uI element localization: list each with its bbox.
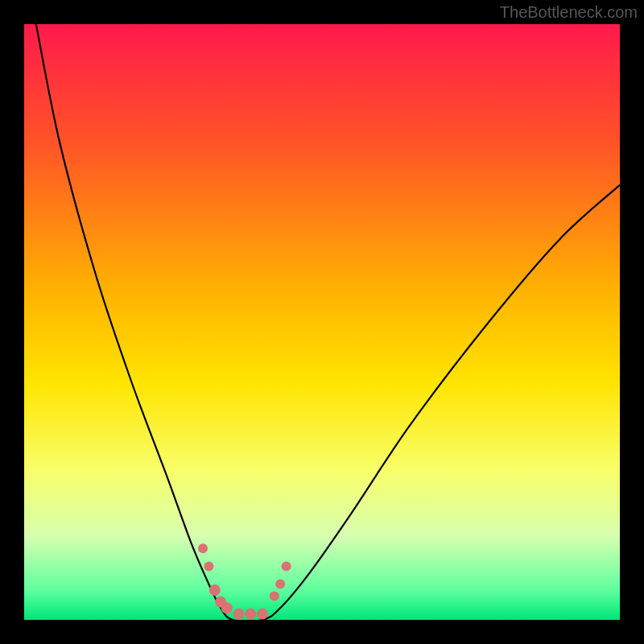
data-marker (275, 580, 285, 589)
credit-label: TheBottleneck.com (500, 3, 638, 22)
data-marker (270, 591, 279, 601)
data-marker (221, 602, 233, 613)
gradient-bg (24, 24, 620, 620)
plot-area (24, 24, 620, 620)
data-marker (233, 609, 244, 620)
chart-svg (24, 24, 620, 620)
data-marker (257, 609, 268, 620)
chart-frame: TheBottleneck.com (0, 0, 644, 644)
data-marker (282, 561, 291, 571)
data-marker (245, 609, 256, 620)
data-marker (198, 543, 208, 553)
data-marker (204, 561, 213, 571)
data-marker (209, 584, 221, 596)
